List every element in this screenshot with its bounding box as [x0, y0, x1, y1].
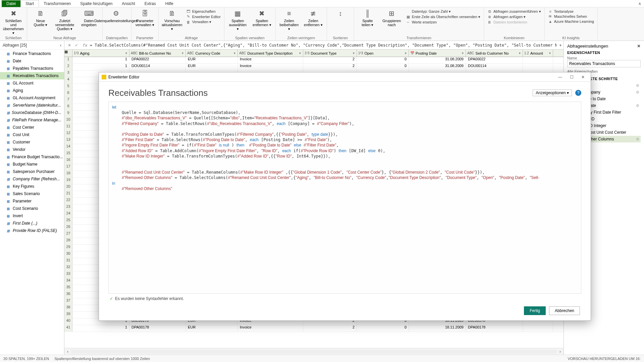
scroll-left-icon[interactable]: ‹ [64, 349, 71, 354]
menu-file[interactable]: Datei [2, 0, 20, 7]
query-item[interactable]: ▦Date [0, 57, 64, 65]
query-item[interactable]: ▦FilePath Finance Manage... [0, 116, 64, 124]
query-item[interactable]: ▦GL Account [0, 79, 64, 87]
column-header[interactable]: ABCCurrency Code▼ [186, 50, 238, 57]
gear-icon[interactable]: ⚙ [636, 83, 639, 88]
done-button[interactable]: Fertig [524, 306, 546, 315]
query-item[interactable]: ▦Payables Transactions [0, 65, 64, 72]
column-header[interactable]: ABCBill-to Customer No▼ [129, 50, 186, 57]
query-item[interactable]: ▦Customer [0, 138, 64, 146]
menu-help[interactable]: Hilfe [161, 0, 178, 7]
query-item[interactable]: ▦Cost Center [0, 124, 64, 131]
column-header[interactable]: 📅Posting Date▼ [409, 50, 466, 57]
ribbon-stack-item[interactable]: ≡Textanalyse [548, 9, 594, 13]
query-item[interactable]: ▦Receivables Transactions [0, 72, 64, 79]
ribbon-button[interactable]: ≡Zeilenbeibehalten ▾ [279, 9, 299, 31]
column-header[interactable]: 1²3Open▼ [357, 50, 409, 57]
ribbon-button[interactable]: 🗄Parameterverwalten ▾ [135, 9, 155, 27]
ribbon-button[interactable]: ✖Schließen undübernehmen ▾ [3, 9, 23, 35]
query-item[interactable]: ▦Parameter [0, 197, 64, 205]
query-item[interactable]: ▦GL Account Assignment [0, 94, 64, 102]
query-item[interactable]: ▦Budget Name [0, 161, 64, 168]
query-item[interactable]: ▦Cost Unit [0, 131, 64, 138]
table-row[interactable]: 21DOU00114EURInvoice2031.08.2009DOU00114 [64, 64, 564, 70]
filter-dropdown-icon[interactable]: ▼ [181, 52, 184, 55]
column-header[interactable]: 1²3Document Type▼ [303, 50, 357, 57]
filter-dropdown-icon[interactable]: ▼ [518, 52, 521, 55]
ribbon-button[interactable]: ⊞Gruppierennach [382, 9, 402, 27]
query-item[interactable]: ▦Finance Budget Transactio... [0, 153, 64, 161]
ribbon-button[interactable]: 🗐Zuletzt verwendeteQuellen ▾ [55, 9, 75, 31]
dialog-close-icon[interactable]: ✕ [578, 75, 588, 79]
query-item[interactable]: ▦Company Filter (Refresh... [0, 175, 64, 183]
menu-addcolumn[interactable]: Spalte hinzufügen [75, 0, 117, 7]
filter-dropdown-icon[interactable]: ▼ [404, 52, 407, 55]
datatype-icon[interactable]: 1²3 [74, 51, 78, 55]
ribbon-stack-item[interactable]: 👁Maschinelles Sehen [548, 14, 594, 18]
column-header[interactable]: 1²3Aging▼ [72, 50, 129, 57]
datatype-icon[interactable]: 1²3 [305, 51, 309, 55]
filter-dropdown-icon[interactable]: ▼ [352, 52, 355, 55]
query-item[interactable]: ▦Salesperson Purchaser [0, 168, 64, 175]
query-item[interactable]: ▦Vendor [0, 146, 64, 153]
query-item[interactable]: ▦SourceDatabase (DWH-D... [0, 109, 64, 116]
query-item[interactable]: ▦Cost Scenario [0, 205, 64, 212]
menu-extras[interactable]: Extras [140, 0, 161, 7]
code-editor[interactable]: let Quelle = Sql.Database(ServerName,Sou… [108, 102, 581, 294]
formula-input[interactable] [90, 43, 557, 48]
query-item[interactable]: ▦Finance Transactions [0, 50, 64, 57]
table-row[interactable]: 411DPA00178EURInvoice2018.11.2009DPA0017… [64, 325, 564, 332]
formula-dropdown-icon[interactable]: ▾ [559, 43, 561, 48]
filter-dropdown-icon[interactable]: ▼ [548, 52, 551, 55]
ribbon-stack-item[interactable]: ⊕Abfragen anfügen ▾ [487, 15, 541, 19]
query-name-input[interactable]: Receivables Transactions [567, 60, 641, 67]
horizontal-scrollbar[interactable]: ‹ › [64, 348, 564, 355]
dialog-maximize-icon[interactable]: ☐ [567, 75, 577, 79]
query-item[interactable]: ▦Sales Scenario [0, 190, 64, 197]
ribbon-stack-item[interactable]: ⧉Abfragen zusammenführen ▾ [487, 9, 541, 14]
dialog-minimize-icon[interactable]: — [555, 75, 565, 79]
ribbon-button[interactable]: 🗎NeueQuelle ▾ [31, 9, 51, 27]
formula-accept-icon[interactable]: ✓ [75, 43, 78, 48]
formula-cancel-icon[interactable]: ✕ [68, 43, 71, 48]
ribbon-button[interactable]: ↕ [330, 9, 351, 19]
datatype-icon[interactable]: 1²3 [358, 51, 363, 55]
query-item[interactable]: ▦Invert [0, 212, 64, 220]
gear-icon[interactable]: ⚙ [636, 90, 639, 95]
filter-dropdown-icon[interactable]: ▼ [233, 52, 236, 55]
ribbon-stack-item[interactable]: ↔Werte ersetzen [406, 20, 480, 24]
column-header[interactable]: ABCSell-to Customer No▼ [466, 50, 523, 57]
ribbon-button[interactable]: ⌨Dateneingeben [79, 9, 99, 27]
select-all-cell[interactable]: ▦ [64, 50, 72, 57]
query-item[interactable]: ▦ServerName (datenkultur... [0, 102, 64, 109]
query-item[interactable]: ▦Provide Row ID (FALSE) [0, 227, 64, 234]
window-chevron-icon[interactable]: ∧ [636, 1, 644, 6]
datatype-icon[interactable]: ABC [239, 51, 246, 55]
ribbon-button[interactable]: ≢Zeilenentfernen ▾ [303, 9, 323, 27]
datatype-icon[interactable]: 📅 [410, 51, 414, 55]
datatype-icon[interactable]: 1.2 [524, 51, 529, 55]
ribbon-stack-item[interactable]: ▲Azure Machine Learning [548, 19, 594, 23]
query-item[interactable]: ▦Key Figures [0, 183, 64, 190]
display-options-dropdown[interactable]: Anzeigeoptionen ▾ [533, 89, 572, 96]
table-row[interactable]: 11DPA00022EURInvoice2031.08.2009DPA00022 [64, 57, 564, 64]
help-icon[interactable]: ? [575, 90, 581, 96]
column-header[interactable]: ABCDocument Type Description▼ [238, 50, 303, 57]
column-header[interactable]: 1.2Amount▼ [523, 50, 553, 57]
ribbon-button[interactable]: 🗎Vorschauaktualisieren ▾ [162, 9, 182, 31]
filter-dropdown-icon[interactable]: ▼ [461, 52, 464, 55]
menu-view[interactable]: Ansicht [117, 0, 140, 7]
ribbon-stack-item[interactable]: 🗑Verwalten ▾ [186, 20, 221, 24]
ribbon-stack-item[interactable]: 🗔Eigenschaften [186, 9, 221, 13]
close-settings-icon[interactable]: ✕ [637, 44, 641, 49]
query-item[interactable]: ▦First Date (...) [0, 220, 64, 227]
datatype-icon[interactable]: ABC [187, 51, 194, 55]
gear-icon[interactable]: ⚙ [636, 104, 639, 108]
filter-dropdown-icon[interactable]: ▼ [125, 52, 128, 55]
ribbon-button[interactable]: ✖Spaltenentfernen ▾ [252, 9, 272, 27]
menu-transform[interactable]: Transformieren [39, 0, 75, 7]
collapse-icon[interactable]: ‹ [60, 43, 61, 48]
filter-dropdown-icon[interactable]: ▼ [299, 52, 302, 55]
ribbon-button[interactable]: ║Spalteteilen ▾ [358, 9, 378, 27]
ribbon-stack-item[interactable]: Datentyp: Ganze Zahl ▾ [406, 9, 480, 14]
